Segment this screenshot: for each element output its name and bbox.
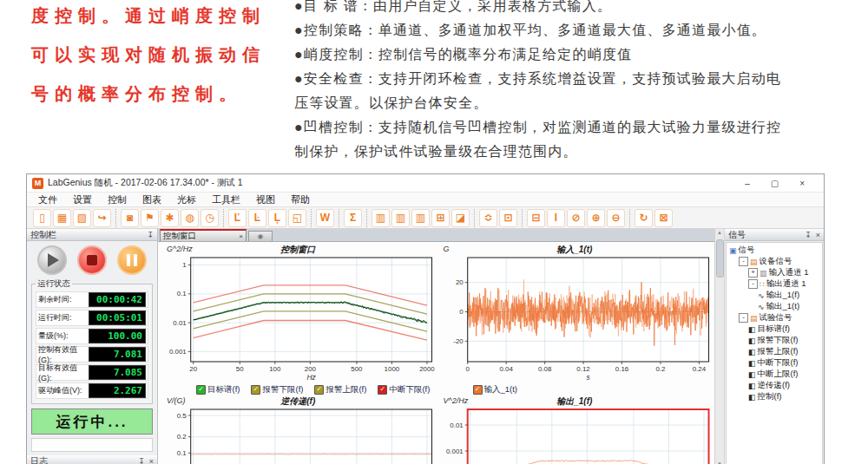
new-file-icon[interactable]: ▯ <box>33 209 51 227</box>
chart-title: 输入_1(t) <box>437 244 713 256</box>
tree-item[interactable]: ◧逆传递(f) <box>727 380 822 391</box>
tree-item[interactable]: ◧报警上限(f) <box>727 346 822 357</box>
save-icon[interactable]: ▦ <box>53 209 71 227</box>
wave-icon: ∿ <box>758 291 765 300</box>
legend-item[interactable]: ✓输入_1(t) <box>473 384 518 395</box>
chart-legend: ✓目标谱(f)✓报警下限(f)✓报警上限(f)✓中断下限(f)✓中断上限(f)✓… <box>160 384 437 395</box>
log-dock-header: 日志 ↧ × <box>27 455 157 464</box>
tree-item[interactable]: ◧中断上限(f) <box>727 369 822 380</box>
collapse-icon[interactable]: - <box>739 313 748 323</box>
close-icon[interactable]: × <box>799 179 805 188</box>
menu-item-光标[interactable]: 光标 <box>169 193 204 206</box>
channels-icon[interactable]: ◍ <box>181 209 199 227</box>
stop-button[interactable] <box>77 245 107 275</box>
tree-item-label: 目标谱(f) <box>758 323 790 335</box>
v-cursor-icon[interactable]: I <box>547 209 565 227</box>
legend-item[interactable]: ✓目标谱(f) <box>196 384 240 395</box>
matrix-icon[interactable]: ⊡ <box>499 209 517 227</box>
pin-icon[interactable]: ↧ <box>805 231 812 239</box>
zoom-out-icon[interactable]: ⊖ <box>607 209 625 227</box>
arrange-windows-icon[interactable]: ◱ <box>288 209 306 227</box>
fit-window-icon[interactable]: ⊠ <box>654 209 673 227</box>
tab-control-window[interactable]: 控制窗口 × <box>160 229 247 241</box>
cursor-label-2-icon[interactable]: Ŀ <box>248 209 266 227</box>
pause-button[interactable] <box>117 245 147 275</box>
play-button[interactable] <box>37 245 67 275</box>
vertical-scrollbar[interactable]: ▲ ▼ <box>715 229 725 464</box>
legend-item[interactable]: ✓报警下限(f) <box>251 384 303 395</box>
restore-icon[interactable]: ▢ <box>771 179 779 188</box>
chart-title: 逆传递(f) <box>160 395 437 408</box>
collapse-icon[interactable]: - <box>739 257 748 266</box>
close-icon[interactable]: × <box>816 231 820 239</box>
overlay-chart-icon[interactable]: ◪ <box>451 209 470 227</box>
legend-label: 中断下限(f) <box>389 384 430 395</box>
legend-checkbox[interactable]: ✓ <box>314 385 324 395</box>
marker-flag-icon[interactable]: ⚑ <box>141 209 159 227</box>
legend-item[interactable]: ✓中断下限(f) <box>378 384 430 395</box>
export-icon[interactable]: ↪ <box>93 209 111 227</box>
refresh-icon[interactable]: ↻ <box>635 209 653 227</box>
tab-close-icon[interactable]: × <box>239 232 243 240</box>
menu-item-文件[interactable]: 文件 <box>30 193 65 206</box>
word-report-icon[interactable]: W <box>316 209 334 227</box>
menu-item-设置[interactable]: 设置 <box>65 193 100 206</box>
tree-item[interactable]: ◧中断下限(f) <box>727 357 822 369</box>
toolbar-group: W <box>311 209 339 227</box>
pin-icon[interactable]: ↧ <box>147 231 154 239</box>
waterfall-chart-icon[interactable]: ▥ <box>411 209 430 227</box>
chart-plot-inv-transfer[interactable]: 0.50.20.10.05 <box>160 406 437 464</box>
tree-item[interactable]: ◧目标谱(f) <box>727 323 822 335</box>
cursor-label-1-icon[interactable]: Ľ <box>228 209 247 227</box>
cursor-label-3-icon[interactable]: Ļ <box>268 209 286 227</box>
menu-item-帮助[interactable]: 帮助 <box>283 193 318 206</box>
expand-icon[interactable]: + <box>748 268 758 278</box>
minimize-icon[interactable]: – <box>745 179 750 188</box>
zoom-in-icon[interactable]: ⊕ <box>587 209 605 227</box>
feature-bullet-line: 压等设置。以保护台体安全。 <box>294 91 867 115</box>
chart-plot-output-1f[interactable]: 0.010.0010.0001 <box>437 406 713 464</box>
tree-item[interactable]: -▤设备信号 <box>727 256 822 267</box>
run-status-title: 运行状态 <box>36 278 72 290</box>
legend-checkbox[interactable]: ✓ <box>473 385 483 395</box>
chart-plot-control-window[interactable]: 10.10.010.001205010020050010002000Hz <box>160 254 437 384</box>
tree-item[interactable]: +▥输入通道 1 <box>727 267 822 278</box>
settings-gear-icon[interactable]: ✱ <box>161 209 179 227</box>
grid-view-icon[interactable]: ⊞ <box>431 209 450 227</box>
pin-icon[interactable]: ↧ <box>138 457 145 464</box>
tree-item[interactable]: -∷输出通道 1 <box>727 278 822 290</box>
tree-item[interactable]: -▤试验信号 <box>727 312 822 323</box>
scroll-up-icon[interactable]: ▲ <box>715 230 724 235</box>
menu-item-控制[interactable]: 控制 <box>100 193 135 206</box>
legend-checkbox[interactable]: ✓ <box>378 385 387 395</box>
time-chart-icon[interactable]: ▥ <box>391 209 410 227</box>
test-record-icon[interactable]: ◙ <box>121 209 139 227</box>
snapshot-tab[interactable]: ◉ <box>248 231 273 241</box>
h-cursor-icon[interactable]: ⊟ <box>527 209 545 227</box>
svg-text:2000: 2000 <box>419 365 435 373</box>
status-label: 目标有效值(G): <box>38 363 89 382</box>
chart-plot-input-1t[interactable]: 200-2000.040.080.120.160.20.24s <box>437 254 713 384</box>
tree-item[interactable]: ◧控制(f) <box>727 391 822 402</box>
chart-title: 控制窗口 <box>160 244 437 256</box>
scrollbar-thumb[interactable] <box>716 239 724 278</box>
menu-item-工具栏[interactable]: 工具栏 <box>204 193 248 206</box>
schedule-clock-icon[interactable]: ◷ <box>201 209 219 227</box>
menu-item-图表[interactable]: 图表 <box>135 193 169 206</box>
spectrum-chart-icon[interactable]: ▥ <box>372 209 390 227</box>
tree-item[interactable]: ◧报警下限(f) <box>727 335 822 346</box>
link-channels-icon[interactable]: ≎ <box>479 209 497 227</box>
legend-checkbox[interactable]: ✓ <box>196 385 206 395</box>
statistics-sigma-icon[interactable]: Σ <box>344 209 362 227</box>
transport-controls <box>27 241 157 277</box>
open-icon[interactable]: ▧ <box>73 209 91 227</box>
collapse-icon[interactable]: - <box>748 279 758 289</box>
slope-cursor-icon[interactable]: ⊘ <box>567 209 585 227</box>
legend-checkbox[interactable]: ✓ <box>251 385 260 395</box>
menu-item-视图[interactable]: 视图 <box>248 193 283 206</box>
tree-item[interactable]: ∿输出_1(f) <box>727 290 822 301</box>
legend-item[interactable]: ✓报警上限(f) <box>314 384 366 395</box>
tree-item[interactable]: ∿输出_1(t) <box>727 301 822 312</box>
tree-item[interactable]: ▣信号 <box>727 245 822 256</box>
close-icon[interactable]: × <box>149 457 154 464</box>
